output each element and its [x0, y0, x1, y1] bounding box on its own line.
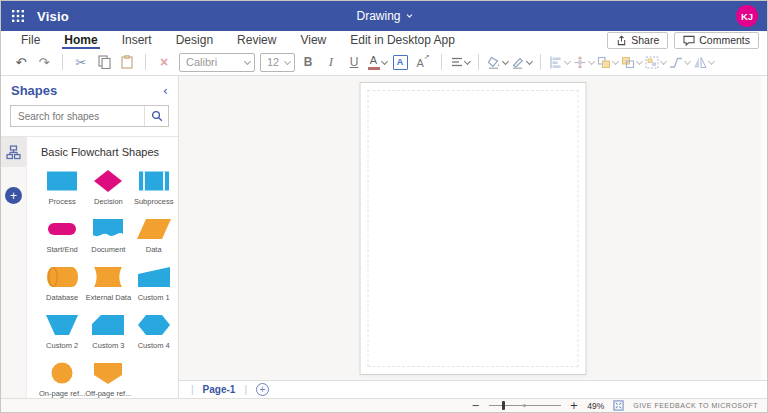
bold-button[interactable]: B: [298, 51, 318, 73]
flowchart-stencil-tab[interactable]: [1, 137, 27, 167]
search-button[interactable]: [144, 106, 168, 126]
shape-process[interactable]: Process: [39, 169, 85, 206]
chevron-down-icon: [407, 12, 413, 18]
change-shape-button[interactable]: [693, 51, 714, 73]
page-tab[interactable]: Page-1: [203, 384, 236, 395]
menu-edit-in-desktop-app[interactable]: Edit in Desktop App: [338, 31, 467, 49]
bring-forward-button[interactable]: [597, 51, 618, 73]
shape-custom-3[interactable]: Custom 3: [85, 313, 131, 350]
zoom-level: 49%: [587, 401, 604, 411]
zoom-in-button[interactable]: +: [570, 401, 578, 411]
shape-custom-2[interactable]: Custom 2: [39, 313, 85, 350]
chevron-down-icon: [463, 57, 470, 64]
divider: [478, 54, 479, 70]
undo-button[interactable]: ↶: [11, 51, 31, 73]
share-button[interactable]: Share: [607, 32, 668, 49]
shape-document[interactable]: Document: [85, 217, 131, 254]
font-color-swatch: [368, 67, 380, 70]
chevron-down-icon: [588, 57, 595, 64]
fit-to-window-icon: [613, 400, 624, 411]
shape-off-page-ref[interactable]: Off-page ref...: [85, 361, 131, 398]
italic-button[interactable]: I: [321, 51, 341, 73]
paste-button[interactable]: [117, 51, 137, 73]
shapes-panel-header: Shapes ‹: [1, 76, 178, 103]
main-area: Shapes ‹ + Basic F: [1, 76, 767, 398]
line-color-button[interactable]: [511, 51, 532, 73]
zoom-slider-handle[interactable]: [502, 401, 505, 410]
align-shapes-button[interactable]: [549, 51, 570, 73]
zoom-slider-midpoint: [523, 404, 526, 407]
group-button[interactable]: [645, 51, 666, 73]
page-tab-bar: | Page-1 | +: [179, 380, 767, 398]
position-button[interactable]: [573, 51, 594, 73]
shape-search-input[interactable]: [11, 111, 144, 122]
chevron-down-icon: [526, 57, 533, 64]
font-size-select[interactable]: 12: [260, 53, 295, 72]
document-title: Drawing: [356, 9, 400, 23]
canvas-column: | Page-1 | +: [179, 76, 767, 398]
shapes-panel-title: Shapes: [11, 83, 57, 98]
divider: [62, 54, 63, 70]
menu-review[interactable]: Review: [225, 31, 288, 49]
visio-web-app: Visio Drawing KJ File Home Insert Design…: [0, 0, 768, 413]
zoom-out-button[interactable]: −: [471, 401, 479, 411]
chevron-down-icon: [636, 57, 643, 64]
copy-button[interactable]: [94, 51, 114, 73]
drawing-page[interactable]: [360, 82, 587, 375]
underline-button[interactable]: U: [344, 51, 364, 73]
shape-database[interactable]: Database: [39, 265, 85, 302]
data-shape-icon: [137, 217, 171, 241]
font-family-select[interactable]: Calibri: [179, 53, 255, 72]
shape-on-page-ref[interactable]: On-page ref...: [39, 361, 85, 398]
menu-bar: File Home Insert Design Review View Edit…: [1, 31, 767, 49]
app-launcher-icon[interactable]: [1, 1, 35, 31]
text-align-button[interactable]: [450, 51, 470, 73]
status-bar: − + 49% GIVE FEEDBACK TO MICROSOFT: [1, 398, 767, 412]
subprocess-shape-icon: [137, 169, 171, 193]
send-backward-button[interactable]: [621, 51, 642, 73]
edit-text-button[interactable]: A↗: [413, 51, 433, 73]
chevron-down-icon: [708, 57, 715, 64]
menu-design[interactable]: Design: [164, 31, 225, 49]
shape-custom-1[interactable]: Custom 1: [131, 265, 176, 302]
ribbon-toolbar: ↶ ↷ ✂ × Calibri 12 B I U A A A↗: [1, 49, 767, 76]
menu-home[interactable]: Home: [52, 31, 109, 49]
menu-insert[interactable]: Insert: [110, 31, 164, 49]
menu-file[interactable]: File: [9, 31, 52, 49]
comments-button[interactable]: Comments: [674, 32, 759, 49]
vertical-scrollbar[interactable]: [761, 76, 767, 380]
font-color-button[interactable]: A: [367, 51, 387, 73]
shapes-panel-body: + Basic Flowchart Shapes Process Decisio…: [1, 137, 178, 398]
connector-type-button[interactable]: [669, 51, 690, 73]
collapse-panel-button[interactable]: ‹: [163, 83, 168, 98]
shape-data[interactable]: Data: [131, 217, 176, 254]
menu-view[interactable]: View: [288, 31, 338, 49]
cut-button[interactable]: ✂: [71, 51, 91, 73]
fill-color-button[interactable]: [487, 51, 508, 73]
redo-button[interactable]: ↷: [34, 51, 54, 73]
add-page-button[interactable]: +: [256, 383, 269, 396]
text-box-button[interactable]: A: [390, 51, 410, 73]
page-margin-guide: [368, 90, 579, 367]
external-data-shape-icon: [91, 265, 125, 289]
fit-to-window-button[interactable]: [613, 400, 624, 411]
delete-button[interactable]: ×: [154, 51, 174, 73]
drawing-canvas[interactable]: [179, 76, 767, 380]
shape-grid: Process Decision Subprocess Start/: [39, 169, 176, 398]
divider: |: [191, 384, 194, 395]
document-title-menu[interactable]: Drawing: [356, 9, 411, 23]
feedback-link[interactable]: GIVE FEEDBACK TO MICROSOFT: [633, 402, 758, 409]
shape-decision[interactable]: Decision: [85, 169, 131, 206]
add-stencil-button[interactable]: +: [5, 187, 22, 204]
shapes-panel: Shapes ‹ + Basic F: [1, 76, 179, 398]
document-shape-icon: [91, 217, 125, 241]
top-bar: Visio Drawing KJ: [1, 1, 767, 31]
shape-start-end[interactable]: Start/End: [39, 217, 85, 254]
avatar[interactable]: KJ: [736, 5, 758, 27]
shape-custom-4[interactable]: Custom 4: [131, 313, 176, 350]
database-shape-icon: [45, 265, 79, 289]
shape-external-data[interactable]: External Data: [85, 265, 131, 302]
shape-subprocess[interactable]: Subprocess: [131, 169, 176, 206]
divider: |: [244, 384, 247, 395]
zoom-slider[interactable]: [489, 405, 561, 406]
